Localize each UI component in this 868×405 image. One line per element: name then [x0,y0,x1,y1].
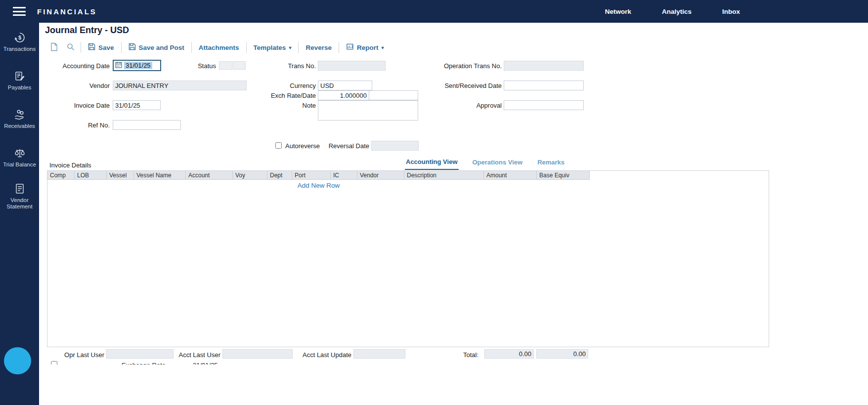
chevron-down-icon: ▾ [289,45,291,50]
column-header-voy[interactable]: Voy [233,171,267,180]
calendar-icon[interactable] [115,61,122,70]
column-header-amount[interactable]: Amount [484,171,537,180]
invoice-details-title: Invoice Details [49,161,91,170]
templates-label: Templates [254,44,286,51]
report-button[interactable]: Report ▾ [341,43,390,52]
trial-balance-scale-icon [14,147,26,159]
column-header-account[interactable]: Account [186,171,233,180]
total-amount: 0.00 [484,349,534,359]
total-label: Total: [434,350,478,360]
reverse-label: Reverse [305,44,332,51]
sidebar-item-transactions[interactable]: $ Transactions [0,23,39,61]
add-new-row-container: Add New Row [47,181,590,190]
sidebar-item-trial-balance[interactable]: Trial Balance [0,138,39,177]
exch-date-input[interactable] [369,90,418,100]
details-tabs: Accounting View Operations View Remarks [405,156,578,170]
toolbar-separator [339,42,339,53]
main-content: Journal Entry - USD Save Save and Post A… [39,23,868,405]
sidebar-item-vendor-statement[interactable]: Vendor Statement [0,177,39,215]
new-document-button[interactable] [46,42,62,53]
autoreverse-checkbox[interactable] [275,142,282,149]
column-header-comp[interactable]: Comp [47,171,75,180]
app-title: FINANCIALS [37,7,97,16]
tab-accounting-view[interactable]: Accounting View [405,156,459,170]
new-document-icon [50,42,58,53]
nav-analytics[interactable]: Analytics [662,8,692,15]
trans-no-input [318,61,386,71]
acct-last-update-value [353,349,405,359]
search-button[interactable] [62,43,79,52]
grid-header: Comp LOB Vessel Vessel Name Account Voy … [47,171,769,180]
column-header-vessel[interactable]: Vessel [107,171,134,180]
nav-network[interactable]: Network [605,8,631,15]
ref-no-label: Ref No. [41,121,110,130]
invoice-date-label: Invoice Date [41,101,110,111]
top-navigation: Network Analytics Inbox [605,8,868,15]
column-header-dept[interactable]: Dept [267,171,292,180]
note-label: Note [247,101,316,111]
clipped-bottom-row: Exchange Rate 31/01/25 [39,361,484,364]
app-root: FINANCIALS Network Analytics Inbox $ Tra… [0,0,868,405]
receivables-icon [14,109,26,121]
column-header-port[interactable]: Port [292,171,331,180]
invoice-details-grid: Comp LOB Vessel Vessel Name Account Voy … [47,170,769,347]
attachments-button[interactable]: Attachments [193,44,245,51]
invoice-date-input[interactable]: 31/01/25 [113,100,161,110]
save-label: Save [98,44,114,51]
column-header-vendor[interactable]: Vendor [357,171,404,180]
column-header-ic[interactable]: IC [331,171,357,180]
help-fab-button[interactable] [4,347,31,374]
opr-last-user-label: Opr Last User [39,350,104,360]
column-header-base-equiv[interactable]: Base Equiv [537,171,590,180]
sidebar-item-label: Trial Balance [3,162,36,168]
svg-text:$: $ [18,35,21,40]
attachments-label: Attachments [199,44,239,51]
sidebar-item-payables[interactable]: Payables [0,61,39,100]
exchange-rate-value[interactable]: 31/01/25 [193,361,218,364]
templates-button[interactable]: Templates ▾ [248,44,297,51]
save-button[interactable]: Save [83,43,120,52]
currency-input[interactable]: USD [318,81,372,90]
tab-operations-view[interactable]: Operations View [472,156,524,170]
clipped-row-checkbox[interactable] [51,361,57,364]
accounting-date-label: Accounting Date [39,61,110,71]
sidebar-item-label: Transactions [3,46,36,52]
add-new-row-link[interactable]: Add New Row [298,182,340,189]
tab-remarks[interactable]: Remarks [536,156,565,170]
vendor-input: JOURNAL ENTRY [113,81,247,90]
acct-last-user-label: Acct Last User [151,350,220,360]
sidebar-item-receivables[interactable]: Receivables [0,100,39,138]
search-icon [67,43,75,52]
toolbar-separator [81,42,81,53]
chevron-down-icon: ▾ [381,45,384,50]
payables-icon [14,70,26,82]
sidebar-item-label: Receivables [4,123,35,129]
ref-no-input[interactable] [113,120,181,130]
toolbar-separator [191,42,192,53]
column-header-lob[interactable]: LOB [75,171,107,180]
exch-rate-input[interactable]: 1.000000 [318,90,369,100]
reverse-button[interactable]: Reverse [300,44,337,51]
report-label: Report [357,44,379,51]
reversal-date-input [371,141,419,151]
column-header-description[interactable]: Description [404,171,484,180]
note-input[interactable] [318,100,418,121]
sent-received-date-input[interactable] [504,81,584,90]
status-label: Status [147,61,216,71]
save-and-post-button[interactable]: Save and Post [123,43,190,52]
approval-input[interactable] [504,100,584,110]
sidebar: $ Transactions Payables Receivables Tria… [0,23,39,405]
trans-no-label: Trans No. [247,61,316,71]
operation-trans-no-input [504,61,584,71]
transactions-dollar-icon: $ [14,32,26,43]
toolbar-separator [298,42,299,53]
nav-inbox[interactable]: Inbox [722,8,740,15]
menu-icon[interactable] [13,7,26,16]
reversal-date-label: Reversal Date [302,141,369,151]
report-icon [346,43,354,52]
acct-last-update-label: Acct Last Update [282,350,351,360]
toolbar-separator [246,42,247,53]
vendor-label: Vendor [41,81,110,91]
currency-label: Currency [247,81,316,91]
column-header-vessel-name[interactable]: Vessel Name [134,171,186,180]
